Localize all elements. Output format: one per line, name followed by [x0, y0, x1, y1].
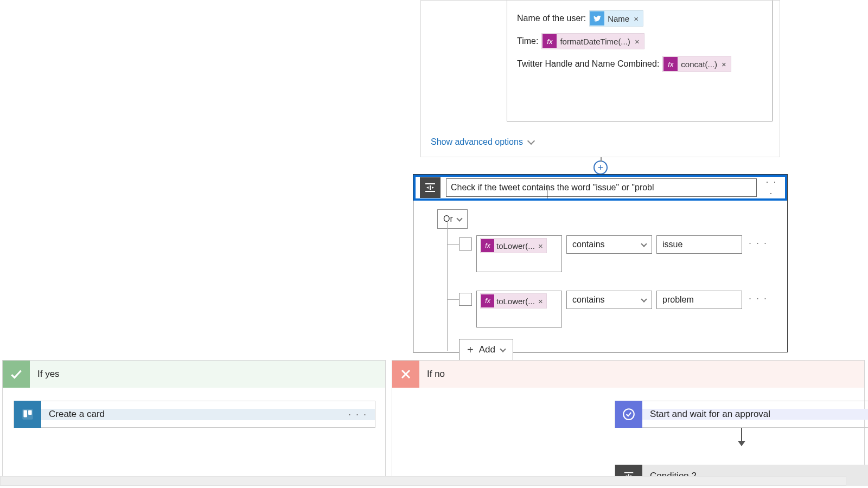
fx-icon: fx	[481, 294, 494, 307]
label-time: Time:	[517, 36, 538, 46]
condition-body: Or fx toLower(... × cont	[413, 201, 787, 369]
line-time: Time: fx formatDateTime(...) ×	[517, 33, 762, 49]
svg-rect-1	[23, 410, 27, 417]
approval-icon	[615, 401, 642, 428]
label-handle: Twitter Handle and Name Combined:	[517, 59, 659, 69]
chevron-down-icon	[527, 137, 535, 145]
compose-card: Name of the user: Name × Time: fx format…	[420, 0, 780, 157]
add-condition-button[interactable]: + Add	[459, 339, 513, 361]
bottom-strip	[0, 486, 868, 488]
token-name-remove-icon[interactable]: ×	[634, 14, 639, 23]
token-tolower[interactable]: fx toLower(... ×	[480, 238, 547, 253]
operator-label: contains	[572, 295, 605, 305]
check-icon	[3, 361, 30, 388]
if-no-title: If no	[427, 369, 445, 380]
if-no-header: If no	[392, 361, 864, 388]
logic-operator-label: Or	[443, 214, 453, 224]
token-tolower-text: toLower(...	[496, 241, 535, 251]
row-value-box[interactable]: fx toLower(... ×	[476, 291, 562, 328]
condition-more-icon[interactable]: · · ·	[762, 176, 781, 199]
fx-icon: fx	[663, 57, 678, 71]
condition-rows: fx toLower(... × contains · · ·	[437, 235, 770, 361]
operator-dropdown[interactable]: contains	[566, 291, 652, 309]
token-tolower-remove-icon[interactable]: ×	[538, 241, 543, 251]
row-more-icon[interactable]: · · ·	[749, 291, 768, 304]
add-label: Add	[479, 344, 495, 355]
action-more-icon[interactable]: · · ·	[348, 409, 367, 420]
condition-header: · · ·	[413, 175, 787, 201]
row-checkbox[interactable]	[459, 237, 472, 251]
token-tolower-text: toLower(...	[496, 297, 535, 306]
chevron-down-icon	[456, 215, 462, 221]
token-handle-text: concat(...)	[681, 60, 717, 69]
fx-icon: fx	[542, 34, 557, 48]
condition-title-input[interactable]	[446, 178, 757, 197]
row-checkbox[interactable]	[459, 293, 472, 306]
token-handle[interactable]: fx concat(...) ×	[662, 56, 731, 72]
if-no-branch: If no Start and wait for an approval Con…	[392, 360, 865, 488]
match-value-input[interactable]	[656, 291, 742, 309]
show-advanced-options-link[interactable]: Show advanced options	[431, 137, 534, 147]
condition-row: fx toLower(... × contains · · ·	[437, 235, 770, 272]
operator-dropdown[interactable]: contains	[566, 235, 652, 254]
row-more-icon[interactable]: · · ·	[749, 235, 768, 249]
operator-label: contains	[572, 240, 605, 249]
chevron-down-icon	[500, 346, 506, 352]
token-tolower[interactable]: fx toLower(... ×	[480, 293, 547, 309]
plus-icon: +	[467, 344, 474, 355]
token-time[interactable]: fx formatDateTime(...) ×	[541, 33, 644, 49]
show-advanced-options-text: Show advanced options	[431, 137, 523, 147]
action-create-card[interactable]: Create a card · · ·	[14, 401, 375, 428]
token-time-remove-icon[interactable]: ×	[635, 37, 640, 46]
condition-card: · · · Or fx toLower(... ×	[413, 174, 788, 352]
svg-point-5	[623, 409, 634, 420]
plus-icon: +	[598, 162, 604, 174]
fx-icon: fx	[481, 239, 494, 252]
chevron-down-icon	[641, 241, 647, 247]
connector	[615, 428, 868, 446]
twitter-icon	[590, 11, 604, 25]
line-name: Name of the user: Name ×	[517, 10, 762, 27]
insert-step-button[interactable]: +	[593, 160, 608, 175]
label-name-of-user: Name of the user:	[517, 14, 586, 23]
logic-operator-dropdown[interactable]: Or	[437, 209, 468, 229]
action-start-approval[interactable]: Start and wait for an approval	[615, 401, 868, 428]
condition-icon	[420, 177, 441, 198]
match-value-input[interactable]	[656, 235, 742, 254]
close-icon	[392, 361, 419, 388]
token-tolower-remove-icon[interactable]: ×	[538, 297, 543, 306]
if-yes-branch: If yes Create a card · · ·	[2, 360, 386, 485]
horizontal-scrollbar[interactable]	[0, 476, 846, 486]
token-handle-remove-icon[interactable]: ×	[722, 60, 726, 69]
token-name-text: Name	[608, 14, 629, 23]
trello-icon	[14, 401, 41, 428]
dynamic-content-box[interactable]: Name of the user: Name × Time: fx format…	[507, 1, 773, 121]
svg-rect-2	[28, 410, 32, 415]
token-time-text: formatDateTime(...)	[560, 37, 630, 46]
row-value-box[interactable]: fx toLower(... ×	[476, 235, 562, 272]
line-handle: Twitter Handle and Name Combined: fx con…	[517, 56, 762, 72]
token-name[interactable]: Name ×	[589, 10, 643, 27]
if-yes-title: If yes	[37, 369, 60, 380]
action-create-card-label: Create a card	[49, 409, 105, 420]
arrow-down-icon	[738, 441, 745, 446]
condition-row: fx toLower(... × contains · · ·	[437, 291, 770, 328]
chevron-down-icon	[641, 296, 647, 302]
if-yes-header: If yes	[3, 361, 385, 388]
action-start-approval-label: Start and wait for an approval	[650, 409, 770, 420]
